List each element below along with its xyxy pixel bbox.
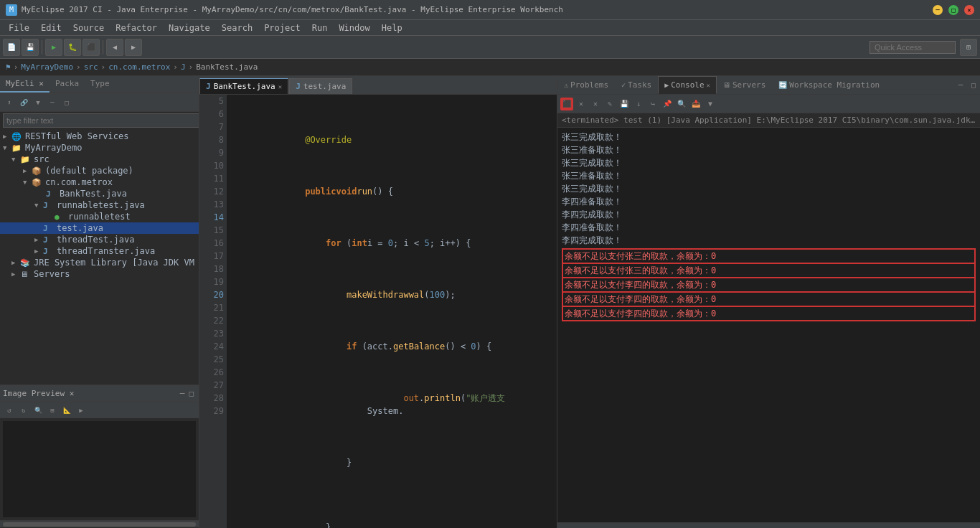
word-wrap-btn[interactable]: ↪ xyxy=(646,98,659,110)
tree-item-default-pkg[interactable]: ▶ 📦 (default package) xyxy=(0,165,199,176)
panel-maximize-btn[interactable]: □ xyxy=(187,389,196,398)
tree-arrow: ▶ xyxy=(34,236,43,243)
menu-item-navigate[interactable]: Navigate xyxy=(163,22,216,34)
tree-item-test[interactable]: J test.java xyxy=(0,222,199,234)
console-view-menu-btn[interactable]: ▼ xyxy=(704,98,717,110)
rotate-right-btn[interactable]: ↻ xyxy=(17,404,30,417)
tab-workspace-migration[interactable]: 🔄 Workspace Migration xyxy=(772,76,886,94)
tree-label: BankTest.java xyxy=(60,189,127,199)
tab-label: Console xyxy=(671,80,704,90)
menu-item-help[interactable]: Help xyxy=(376,22,408,34)
tree-arrow xyxy=(46,213,55,220)
fit-btn[interactable]: ⊞ xyxy=(46,404,59,417)
tab-tasks[interactable]: ✓ Tasks xyxy=(615,76,658,94)
tab-label: Workspace Migration xyxy=(789,80,880,90)
remove-launch-btn[interactable]: ✕ xyxy=(589,98,602,110)
tree-arrow: ▼ xyxy=(34,202,43,209)
sidebar-tab-packa[interactable]: Packa xyxy=(50,76,85,93)
run-button[interactable]: ▶ xyxy=(45,39,62,56)
sidebar-maximize-button[interactable]: □ xyxy=(60,96,73,109)
save-button[interactable]: 💾 xyxy=(22,39,39,56)
link-button[interactable]: 🔗 xyxy=(17,96,30,109)
new-button[interactable]: 📄 xyxy=(3,39,20,56)
save-output-btn[interactable]: 💾 xyxy=(618,98,631,110)
actual-size-btn[interactable]: 📐 xyxy=(60,404,73,417)
scroll-lock-btn[interactable]: ↓ xyxy=(632,98,645,110)
quick-access-input[interactable] xyxy=(870,41,956,54)
tree-item-myarraydemo[interactable]: ▼ 📁 MyArrayDemo xyxy=(0,142,199,154)
tree-item-runnabletest-class[interactable]: ● runnabletest xyxy=(0,211,199,222)
tab-console[interactable]: ▶ Console ✕ xyxy=(658,76,717,94)
panel-maximize-btn[interactable]: □ xyxy=(967,79,980,92)
tree-item-jre[interactable]: ▶ 📚 JRE System Library [Java JDK VM 1. xyxy=(0,257,199,268)
background-btn[interactable]: ▶ xyxy=(75,404,88,417)
tree-arrow xyxy=(37,190,46,197)
menu-item-file[interactable]: File xyxy=(3,22,35,34)
titlebar-controls[interactable]: ─ □ ✕ xyxy=(933,5,974,15)
maximize-button[interactable]: □ xyxy=(948,5,958,15)
tree-item-banktest[interactable]: J BankTest.java xyxy=(0,188,199,199)
menubar: FileEditSourceRefactorNavigateSearchProj… xyxy=(0,20,980,36)
panel-minimize-btn[interactable]: ─ xyxy=(178,389,187,398)
bc-src[interactable]: src xyxy=(84,62,98,72)
terminate-btn[interactable]: ⬛ xyxy=(560,98,573,110)
bc-root[interactable]: ⚑ xyxy=(6,62,11,72)
menu-item-refactor[interactable]: Refactor xyxy=(110,22,163,34)
menu-item-run[interactable]: Run xyxy=(306,22,334,34)
menu-item-window[interactable]: Window xyxy=(333,22,375,34)
tree-label: threadTranster.java xyxy=(57,246,155,256)
sidebar-minimize-button[interactable]: ─ xyxy=(46,96,59,109)
bc-package[interactable]: cn.com.metrox xyxy=(108,62,170,72)
tree-item-threadtranster[interactable]: ▶ J threadTranster.java xyxy=(0,245,199,257)
tab-close-console[interactable]: ✕ xyxy=(707,82,710,89)
close-button[interactable]: ✕ xyxy=(964,5,974,15)
filter-input[interactable] xyxy=(3,113,199,128)
tab-close-banktest[interactable]: ✕ xyxy=(278,83,282,90)
clear-console-btn[interactable]: ✎ xyxy=(603,98,616,110)
find-btn[interactable]: 🔍 xyxy=(675,98,688,110)
line-num: 26 xyxy=(202,366,224,379)
tree-item-package[interactable]: ▼ 📦 cn.com.metrox xyxy=(0,176,199,188)
perspective-button[interactable]: ⊞ xyxy=(960,39,977,56)
console-output[interactable]: 张三完成取款！ 张三准备取款！ 张三完成取款！ 张三准备取款！ 张三完成取款！ … xyxy=(557,128,980,522)
pin-console-btn[interactable]: 📌 xyxy=(661,98,674,110)
panel-minimize-btn[interactable]: ─ xyxy=(954,79,967,92)
forward-button[interactable]: ▶ xyxy=(125,39,142,56)
open-console-btn[interactable]: 📥 xyxy=(689,98,702,110)
menu-item-edit[interactable]: Edit xyxy=(35,22,67,34)
h-scrollbar[interactable] xyxy=(3,522,196,527)
tree-item-restful[interactable]: ▶ 🌐 RESTful Web Services xyxy=(0,131,199,142)
tab-problems[interactable]: ⚠ Problems xyxy=(557,76,615,94)
tree-item-servers[interactable]: ▶ 🖥 Servers xyxy=(0,268,199,280)
collapse-all-button[interactable]: ⬆ xyxy=(3,96,16,109)
sidebar-tab-myecli[interactable]: MyEcli ✕ xyxy=(0,76,50,93)
right-panel-scrollbar[interactable] xyxy=(557,522,980,528)
bc-project[interactable]: MyArrayDemo xyxy=(21,62,73,72)
tree-item-threadtest[interactable]: ▶ J threadTest.java xyxy=(0,234,199,245)
debug-button[interactable]: 🐛 xyxy=(64,39,81,56)
rotate-left-btn[interactable]: ↺ xyxy=(3,404,16,417)
zoom-in-btn[interactable]: 🔍 xyxy=(32,404,44,417)
minimize-button[interactable]: ─ xyxy=(933,5,943,15)
menu-item-search[interactable]: Search xyxy=(216,22,258,34)
tree-arrow: ▶ xyxy=(11,259,20,266)
editor-tab-test[interactable]: J test.java xyxy=(289,78,352,94)
code-editor[interactable]: @Override public void run() { for (int i… xyxy=(227,95,557,528)
tree-arrow: ▼ xyxy=(3,144,11,151)
line-num: 17 xyxy=(202,250,224,263)
tree-label: Servers xyxy=(34,269,70,279)
tree-arrow: ▶ xyxy=(34,248,43,255)
stop-button[interactable]: ⬛ xyxy=(83,39,100,56)
line-num: 5 xyxy=(202,95,224,108)
editor-tab-banktest[interactable]: J BankTest.java ✕ xyxy=(199,78,288,94)
close-output-btn[interactable]: ✕ xyxy=(575,98,588,110)
preview-scrollbar[interactable] xyxy=(0,520,199,527)
menu-item-source[interactable]: Source xyxy=(67,22,110,34)
back-button[interactable]: ◀ xyxy=(106,39,123,56)
tree-item-runnabletest[interactable]: ▼ J runnabletest.java xyxy=(0,199,199,211)
menu-item-project[interactable]: Project xyxy=(258,22,306,34)
tree-item-src[interactable]: ▼ 📁 src xyxy=(0,154,199,165)
sidebar-tab-type[interactable]: Type xyxy=(85,76,116,93)
tab-servers[interactable]: 🖥 Servers xyxy=(717,76,772,94)
sidebar-menu-button[interactable]: ▼ xyxy=(32,96,44,109)
